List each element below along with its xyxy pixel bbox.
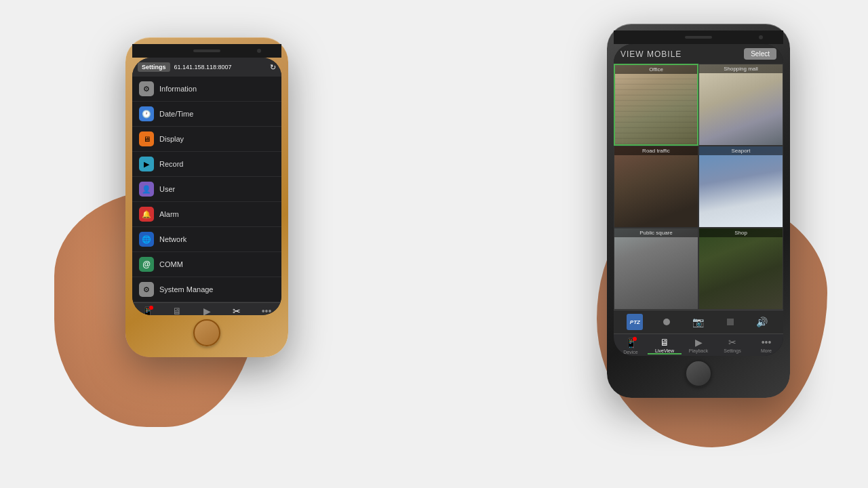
sound-button[interactable]: 🔊 [754, 314, 770, 330]
right-phone-top [614, 30, 783, 44]
camera-dot-right [759, 35, 763, 39]
stop-square [727, 319, 734, 325]
system-manage-icon: ⚙ [139, 282, 154, 297]
settings-nav-icon: ✂ [233, 306, 241, 315]
left-phone-top [132, 44, 281, 58]
settings-ip: 61.141.158.118:8007 [174, 64, 266, 70]
right-liveview-nav-icon: 🖥 [660, 337, 669, 348]
speaker-left [193, 49, 220, 52]
traffic-label: Road traffic [614, 146, 698, 155]
shop-label: Shop [699, 228, 783, 237]
camera-dot-left [257, 49, 261, 53]
user-label: User [159, 185, 175, 193]
left-nav-more[interactable]: ••• More [252, 306, 281, 315]
liveview-header: VIEW MOBILE Select [614, 44, 783, 64]
left-phone-shell: Settings 61.141.158.118:8007 ↻ ⚙ Informa… [125, 37, 288, 357]
record-button[interactable] [658, 314, 675, 330]
menu-item-system-manage[interactable]: ⚙ System Manage [132, 277, 281, 302]
left-phone: Settings 61.141.158.118:8007 ↻ ⚙ Informa… [125, 37, 288, 357]
speaker-right [685, 36, 712, 39]
network-icon: 🌐 [139, 232, 154, 247]
right-playback-nav-label: Playback [689, 348, 708, 353]
settings-screen: Settings 61.141.158.118:8007 ↻ ⚙ Informa… [132, 58, 281, 315]
mall-label: Shopping mall [699, 64, 783, 73]
right-bottom-nav: 📱 Device 🖥 LiveView ▶ Playbac [614, 333, 783, 356]
left-nav-liveview[interactable]: 🖥 LiveView [162, 306, 192, 315]
menu-item-comm[interactable]: @ COMM [132, 252, 281, 277]
right-phone-shell: VIEW MOBILE Select Office Shopping mall … [607, 24, 790, 398]
select-button[interactable]: Select [744, 48, 776, 60]
camera-cell-seaport[interactable]: Seaport [698, 146, 783, 228]
left-home-button[interactable] [193, 319, 220, 346]
scene: Settings 61.141.158.118:8007 ↻ ⚙ Informa… [0, 0, 868, 488]
liveview-nav-icon: 🖥 [172, 306, 182, 315]
right-phone: VIEW MOBILE Select Office Shopping mall … [607, 24, 790, 398]
square-label: Public square [614, 228, 698, 237]
system-manage-label: System Manage [159, 285, 213, 293]
left-phone-screen: Settings 61.141.158.118:8007 ↻ ⚙ Informa… [132, 58, 281, 315]
right-nav-settings[interactable]: ✂ Settings [715, 337, 749, 354]
menu-item-user[interactable]: 👤 User [132, 177, 281, 202]
device-red-dot [149, 306, 153, 310]
camera-cell-traffic[interactable]: Road traffic [614, 146, 698, 228]
liveview-title: VIEW MOBILE [620, 49, 682, 59]
alarm-icon: 🔔 [139, 207, 154, 222]
right-phone-screen: VIEW MOBILE Select Office Shopping mall … [614, 44, 783, 356]
display-label: Display [159, 135, 184, 143]
playback-nav-icon: ▶ [203, 306, 211, 315]
menu-item-information[interactable]: ⚙ Information [132, 77, 281, 102]
settings-header: Settings 61.141.158.118:8007 ↻ [132, 58, 281, 77]
settings-tag: Settings [138, 62, 170, 72]
right-more-nav-icon: ••• [762, 337, 772, 348]
right-settings-nav-icon: ✂ [728, 337, 736, 348]
menu-item-network[interactable]: 🌐 Network [132, 227, 281, 252]
comm-label: COMM [159, 260, 183, 268]
left-nav-settings[interactable]: ✂ Settings [222, 306, 252, 315]
menu-item-record[interactable]: ▶ Record [132, 152, 281, 177]
right-home-button[interactable] [685, 360, 712, 387]
comm-icon: @ [139, 257, 154, 272]
right-nav-liveview[interactable]: 🖥 LiveView [648, 337, 682, 354]
settings-list: ⚙ Information 🕐 Date/Time 🖥 Display [132, 77, 281, 302]
right-nav-device[interactable]: 📱 Device [614, 337, 648, 354]
display-icon: 🖥 [139, 131, 154, 146]
menu-item-alarm[interactable]: 🔔 Alarm [132, 202, 281, 227]
camera-cell-square[interactable]: Public square [614, 228, 698, 310]
camera-cell-mall[interactable]: Shopping mall [698, 64, 783, 146]
alarm-label: Alarm [159, 210, 179, 218]
ptz-button[interactable]: PTZ [627, 314, 643, 330]
datetime-label: Date/Time [159, 110, 193, 118]
right-liveview-nav-label: LiveView [655, 348, 674, 353]
right-device-icon-wrap: 📱 [625, 337, 637, 349]
information-label: Information [159, 85, 197, 93]
datetime-icon: 🕐 [139, 106, 154, 121]
right-playback-nav-icon: ▶ [695, 337, 703, 348]
refresh-icon[interactable]: ↻ [270, 63, 276, 72]
network-label: Network [159, 235, 186, 243]
office-label: Office [615, 65, 697, 74]
right-settings-nav-label: Settings [724, 348, 741, 353]
record-icon: ▶ [139, 157, 154, 171]
snapshot-button[interactable]: 📷 [690, 314, 707, 330]
seaport-label: Seaport [699, 146, 783, 155]
right-more-nav-label: More [761, 348, 772, 353]
left-nav-playback[interactable]: ▶ Playback [192, 306, 222, 315]
right-device-nav-label: Device [623, 350, 637, 354]
left-nav-device[interactable]: 📱 Device [132, 306, 162, 315]
menu-item-datetime[interactable]: 🕐 Date/Time [132, 102, 281, 127]
right-nav-playback[interactable]: ▶ Playback [682, 337, 715, 354]
right-device-red-dot [633, 337, 637, 341]
record-label: Record [159, 160, 183, 168]
camera-cell-office[interactable]: Office [614, 64, 698, 146]
right-nav-more[interactable]: ••• More [749, 337, 783, 354]
camera-cell-shop[interactable]: Shop [698, 228, 783, 310]
left-bottom-nav: 📱 Device 🖥 LiveView ▶ Playback [132, 302, 281, 315]
stop-button[interactable] [722, 314, 738, 330]
more-nav-icon: ••• [262, 306, 272, 315]
record-dot [663, 319, 670, 325]
information-icon: ⚙ [139, 81, 154, 96]
camera-grid: Office Shopping mall Road traffic Seapor… [614, 64, 783, 310]
ptz-control-bar: PTZ 📷 🔊 [614, 310, 783, 333]
menu-item-display[interactable]: 🖥 Display [132, 127, 281, 152]
liveview-screen: VIEW MOBILE Select Office Shopping mall … [614, 44, 783, 356]
